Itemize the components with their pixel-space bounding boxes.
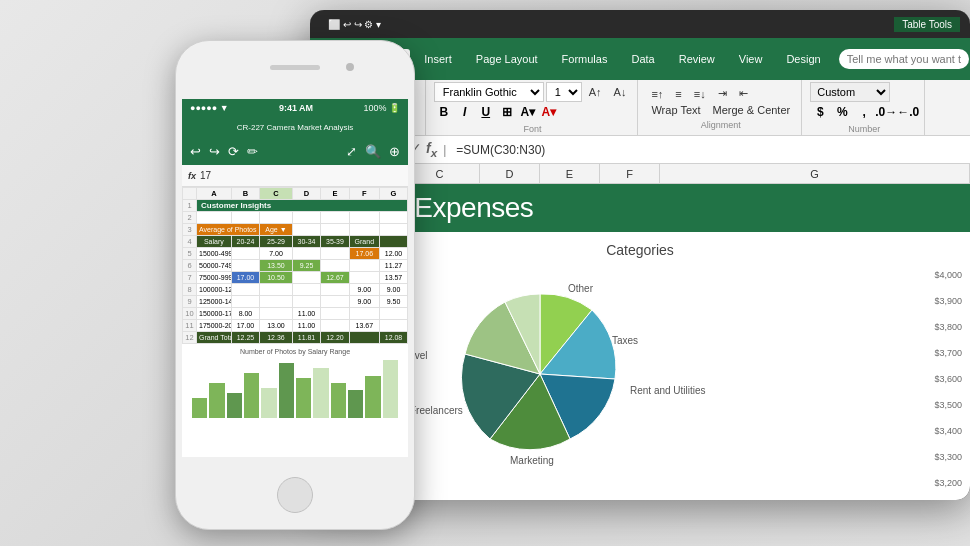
bar-10 (348, 390, 363, 418)
col-d-head[interactable]: D (292, 188, 320, 200)
tab-formulas[interactable]: Formulas (552, 49, 618, 69)
decrease-font-button[interactable]: A↓ (609, 84, 632, 100)
bar-12 (383, 360, 398, 418)
search-icon[interactable]: 🔍 (365, 144, 381, 159)
phone-app-titlebar: CR-227 Camera Market Analysis (182, 117, 408, 137)
increase-font-button[interactable]: A↑ (584, 84, 607, 100)
tab-review[interactable]: Review (669, 49, 725, 69)
col-a-head[interactable]: A (197, 188, 232, 200)
formula-separator: | (443, 143, 446, 157)
col-header-f[interactable]: F (600, 164, 660, 183)
customer-insights-cell[interactable]: Customer Insights (197, 200, 408, 212)
italic-button[interactable]: I (455, 102, 475, 122)
svg-text:Rent and Utilities: Rent and Utilities (630, 385, 706, 396)
increase-decimal-button[interactable]: .0→ (876, 102, 896, 122)
formula-input[interactable] (456, 143, 962, 157)
bar-11 (365, 376, 380, 418)
percent-button[interactable]: % (832, 102, 852, 122)
decrease-decimal-button[interactable]: ←.0 (898, 102, 918, 122)
wrap-text-button[interactable]: Wrap Text (646, 102, 705, 118)
col-b-head[interactable]: B (231, 188, 259, 200)
table-row: 8 100000-124999 9.00 9.00 (183, 284, 408, 296)
phone-title: CR-227 Camera Market Analysis (237, 123, 353, 132)
font-color-button[interactable]: A▾ (539, 102, 559, 122)
table-row: 10 150000-174999 8.00 11.00 (183, 308, 408, 320)
col-header-d[interactable]: D (480, 164, 540, 183)
bar-5 (261, 388, 276, 418)
phone-camera (346, 63, 354, 71)
col-header-g[interactable]: G (660, 164, 970, 183)
function-icon[interactable]: fx (426, 140, 437, 159)
table-row: 2 (183, 212, 408, 224)
phone-home-button[interactable] (277, 477, 313, 513)
avg-photos-label[interactable]: Average of Photos Per Month (197, 224, 260, 236)
table-row: 12 Grand Total 12.25 12.36 11.81 12.20 1… (183, 332, 408, 344)
bar-1 (192, 398, 207, 418)
phone-ribbon-right: ⤢ 🔍 ⊕ (346, 144, 400, 159)
table-row: 9 125000-149999 9.00 9.50 (183, 296, 408, 308)
tab-page-layout[interactable]: Page Layout (466, 49, 548, 69)
comma-button[interactable]: , (854, 102, 874, 122)
table-row: 7 75000-99999 17.00 10.50 12.67 13.57 (183, 272, 408, 284)
underline-button[interactable]: U (476, 102, 496, 122)
col-header-e[interactable]: E (540, 164, 600, 183)
y-label-5: $3,600 (934, 366, 962, 392)
redo-icon[interactable]: ↪ (209, 144, 220, 159)
undo-icon[interactable]: ↩ (190, 144, 201, 159)
phone-status-bar: ●●●●● ▼ 9:41 AM 100% 🔋 (182, 99, 408, 117)
bar-9 (331, 383, 346, 418)
corner-th (183, 188, 197, 200)
expand-icon[interactable]: ⤢ (346, 144, 357, 159)
tab-view[interactable]: View (729, 49, 773, 69)
edit-icon[interactable]: ✏ (247, 144, 258, 159)
tablet-titlebar: ⬜ ↩ ↪ ⚙ ▾ Table Tools (310, 10, 970, 38)
bar-8 (313, 368, 328, 418)
merge-center-button[interactable]: Merge & Center (708, 102, 796, 118)
mini-bar-chart: Number of Photos by Salary Range (182, 344, 408, 424)
svg-text:Freelancers: Freelancers (410, 405, 463, 416)
align-left-button[interactable]: ≡↑ (646, 86, 668, 102)
col-g-head[interactable]: G (380, 188, 408, 200)
font-selector[interactable]: Franklin Gothic (434, 82, 544, 102)
alignment-group-label: Alignment (701, 120, 741, 130)
bold-button[interactable]: B (434, 102, 454, 122)
col-e-head[interactable]: E (321, 188, 349, 200)
table-row: 11 175000-200000 17.00 13.00 11.00 13.67 (183, 320, 408, 332)
bar-2 (209, 383, 224, 418)
indent-button[interactable]: ⇥ (713, 85, 732, 102)
phone-formula-value[interactable]: 17 (200, 170, 211, 181)
y-label-2: $3,900 (934, 288, 962, 314)
svg-text:Taxes: Taxes (612, 335, 638, 346)
tab-data[interactable]: Data (621, 49, 664, 69)
phone-speaker (270, 65, 320, 70)
mini-chart-title: Number of Photos by Salary Range (188, 348, 402, 355)
refresh-icon[interactable]: ⟳ (228, 144, 239, 159)
table-row: 4 Salary 20-24 25-29 30-34 35-39 Grand (183, 236, 408, 248)
col-f-head[interactable]: F (349, 188, 379, 200)
y-label-6: $3,500 (934, 392, 962, 418)
bar-4 (244, 373, 259, 418)
y-label-7: $3,400 (934, 418, 962, 444)
phone-spreadsheet: A B C D E F G 1 Customer Insights (182, 187, 408, 424)
tab-design[interactable]: Design (776, 49, 830, 69)
col-c-head[interactable]: C (260, 188, 293, 200)
y-label-1: $4,000 (934, 262, 962, 288)
add-sheet-icon[interactable]: ⊕ (389, 144, 400, 159)
font-group-label: Font (524, 124, 542, 134)
align-center-button[interactable]: ≡ (670, 86, 686, 102)
number-format-selector[interactable]: Custom (810, 82, 890, 102)
row-num: 1 (183, 200, 197, 212)
border-button[interactable]: ⊞ (497, 102, 517, 122)
align-right-button[interactable]: ≡↓ (689, 86, 711, 102)
y-label-8: $3,300 (934, 444, 962, 470)
tab-insert[interactable]: Insert (414, 49, 462, 69)
number-group: Custom $ % , .0→ ←.0 Number (804, 80, 925, 135)
dollar-button[interactable]: $ (810, 102, 830, 122)
phone-screen: ●●●●● ▼ 9:41 AM 100% 🔋 CR-227 Camera Mar… (182, 99, 408, 457)
outdent-button[interactable]: ⇤ (734, 85, 753, 102)
table-tools-label: Table Tools (894, 17, 960, 32)
fill-color-button[interactable]: A▾ (518, 102, 538, 122)
tell-me-input[interactable] (839, 49, 969, 69)
phone-table: A B C D E F G 1 Customer Insights (182, 187, 408, 344)
font-size-selector[interactable]: 10 (546, 82, 582, 102)
